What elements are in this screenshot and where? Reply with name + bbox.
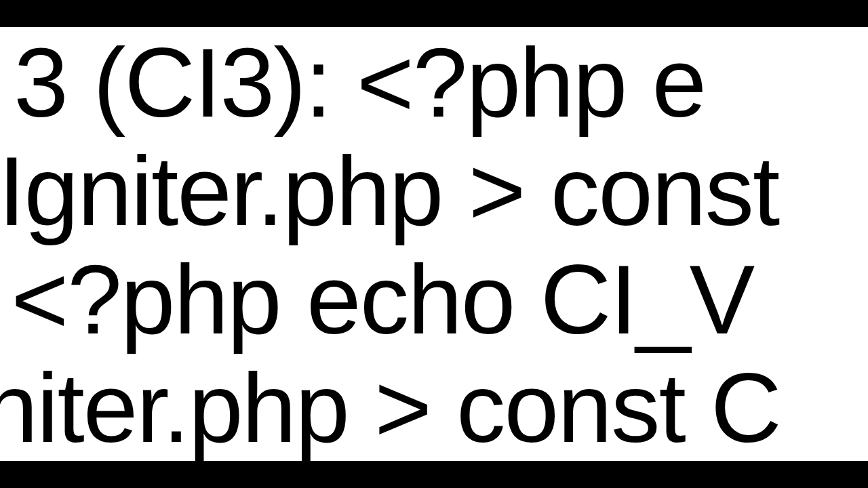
letterbox-top [0, 0, 868, 27]
text-line-1: niter 3 (CI3): <?php e [0, 34, 705, 132]
text-content-area: niter 3 (CI3): <?php e deIgniter.php > c… [0, 27, 868, 461]
text-line-4: eIgniter.php > const C [0, 359, 781, 458]
letterbox-bottom [0, 461, 868, 488]
text-line-3: 4): <?php echo CI_V [0, 251, 753, 349]
text-line-2: deIgniter.php > const [0, 142, 778, 241]
